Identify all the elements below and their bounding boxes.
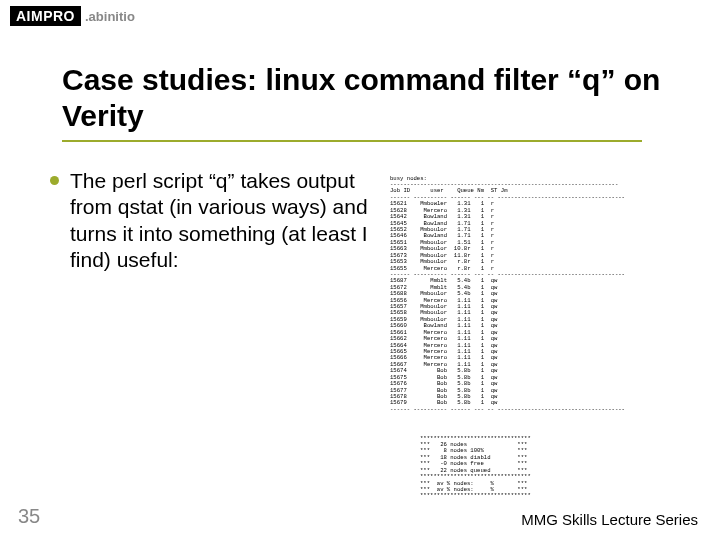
logo: AIMPRO .abinitio	[10, 6, 135, 26]
footer-text: MMG Skills Lecture Series	[521, 511, 698, 528]
terminal-output: busy nodes: ----------------------------…	[390, 176, 700, 414]
bullet-dot	[50, 176, 59, 185]
logo-brand: AIMPRO	[10, 6, 81, 26]
body-text: The perl script “q” takes output from qs…	[70, 168, 370, 273]
title-underline	[62, 140, 642, 142]
terminal-summary: ********************************* *** 26…	[420, 436, 670, 500]
logo-sub: .abinitio	[85, 9, 135, 24]
slide-title: Case studies: linux command filter “q” o…	[62, 62, 680, 134]
page-number: 35	[18, 505, 40, 528]
